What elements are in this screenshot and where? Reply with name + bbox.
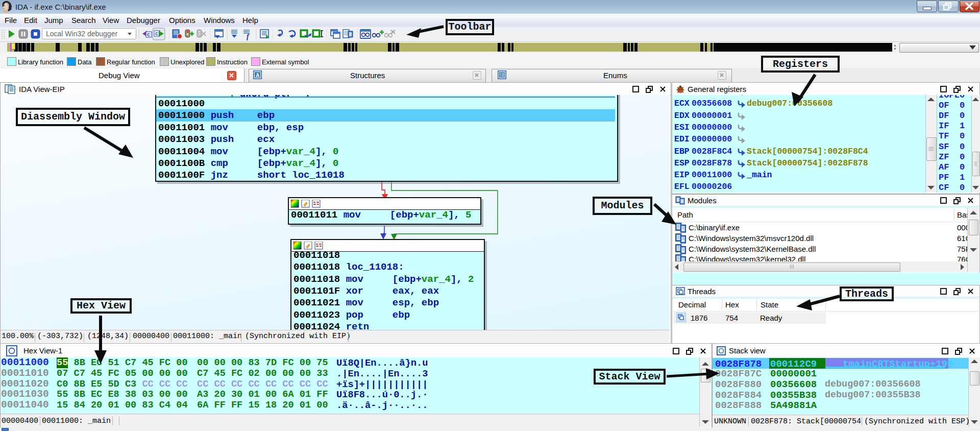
svg-text:Local Win32 debugger: Local Win32 debugger bbox=[46, 30, 117, 38]
svg-text:f: f bbox=[247, 33, 250, 40]
svg-text:c: c bbox=[147, 32, 150, 37]
svg-text:c: c bbox=[155, 31, 158, 36]
svg-text:A: A bbox=[256, 73, 259, 78]
